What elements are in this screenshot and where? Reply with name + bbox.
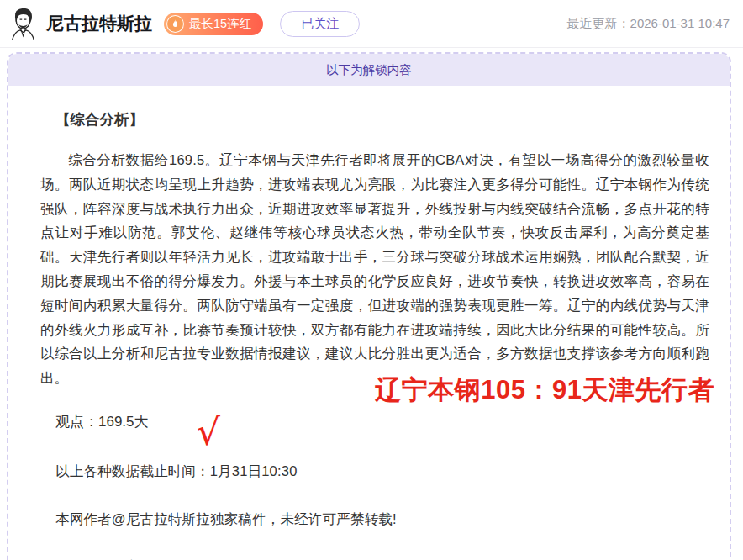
final-score: 辽宁本钢105：91天津先行者 xyxy=(375,378,714,402)
portrait-icon xyxy=(8,7,38,40)
data-cutoff-line: 以上各种数据截止时间：1月31日10:30 xyxy=(40,462,709,481)
copyright-line: 本网作者@尼古拉特斯拉独家稿件，未经许可严禁转载! xyxy=(40,510,709,529)
streak-badge: 最长15连红 xyxy=(164,13,263,35)
flame-icon xyxy=(166,15,184,33)
section-title: 【综合分析】 xyxy=(40,109,709,129)
follow-button[interactable]: 已关注 xyxy=(280,11,360,37)
unlocked-content-panel: 以下为解锁内容 【综合分析】 综合分析数据给169.5。辽宁本钢与天津先行者即将… xyxy=(7,52,731,560)
author-name: 尼古拉特斯拉 xyxy=(46,12,152,35)
viewpoint-row: 观点：169.5大 √ 辽宁本钢105：91天津先行者 xyxy=(40,410,709,439)
last-update-time: 最近更新：2026-01-31 10:47 xyxy=(567,16,730,32)
unlock-banner: 以下为解锁内容 xyxy=(8,54,730,86)
analysis-paragraph: 综合分析数据给169.5。辽宁本钢与天津先行者即将展开的CBA对决，有望以一场高… xyxy=(40,148,709,390)
check-mark-icon: √ xyxy=(197,414,220,451)
streak-badge-label: 最长15连红 xyxy=(189,16,251,32)
viewpoint-label: 观点：169.5大 xyxy=(55,414,149,430)
author-avatar[interactable] xyxy=(8,7,38,40)
analysis-body: 【综合分析】 综合分析数据给169.5。辽宁本钢与天津先行者即将展开的CBA对决… xyxy=(8,86,730,560)
author-header: 尼古拉特斯拉 最长15连红 已关注 最近更新：2026-01-31 10:47 xyxy=(0,0,743,48)
